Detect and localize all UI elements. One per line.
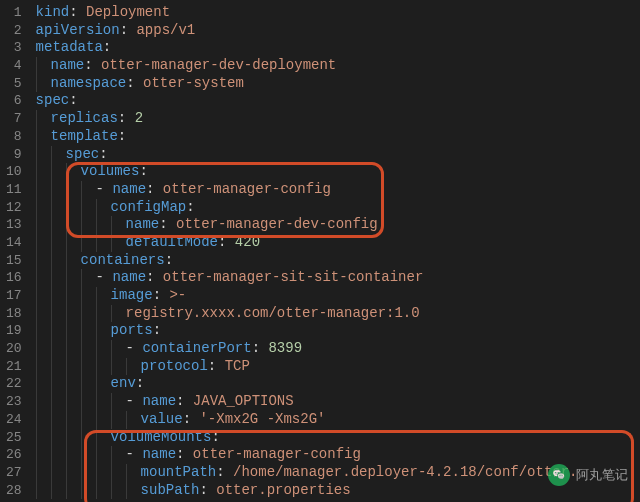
code-token: : [199,482,216,498]
code-line[interactable]: spec: [32,92,640,110]
code-line[interactable]: - containerPort: 8399 [32,340,640,358]
code-line[interactable]: name: otter-manager-dev-config [32,216,640,234]
code-token: volumes [81,163,140,179]
line-number: 5 [6,75,22,93]
code-line[interactable]: namespace: otter-system [32,75,640,93]
code-token: : [103,39,111,55]
code-line[interactable]: - name: otter-manager-sit-sit-container [32,269,640,287]
line-number: 8 [6,128,22,146]
code-line[interactable]: protocol: TCP [32,358,640,376]
code-token: : [252,340,269,356]
line-number: 12 [6,199,22,217]
code-token: : [176,393,193,409]
code-line[interactable]: name: otter-manager-dev-deployment [32,57,640,75]
code-token: : [69,4,86,20]
code-line[interactable]: value: '-Xmx2G -Xms2G' [32,411,640,429]
code-token: subPath [141,482,200,498]
code-token: template [51,128,118,144]
line-number: 26 [6,446,22,464]
code-token: otter-manager-config [193,446,361,462]
code-line[interactable]: volumes: [32,163,640,181]
line-number: 7 [6,110,22,128]
code-token: JAVA_OPTIONS [193,393,294,409]
code-token: - [126,340,143,356]
code-token: kind [36,4,70,20]
code-line[interactable]: env: [32,375,640,393]
code-token: : [118,128,126,144]
code-line[interactable]: configMap: [32,199,640,217]
code-token: name [112,269,146,285]
code-token: '-Xmx2G -Xms2G' [199,411,325,427]
code-token: image [111,287,153,303]
code-token: volumeMounts [111,429,212,445]
line-number: 16 [6,269,22,287]
code-line[interactable]: metadata: [32,39,640,57]
code-line[interactable]: defaultMode: 420 [32,234,640,252]
line-number: 25 [6,429,22,447]
line-number: 13 [6,216,22,234]
code-token: : [208,358,225,374]
code-token: ports [111,322,153,338]
code-line[interactable]: subPath: otter.properties [32,482,640,500]
code-token: configMap [111,199,187,215]
code-token: : [146,181,163,197]
code-line[interactable]: ports: [32,322,640,340]
code-token: env [111,375,136,391]
code-line[interactable]: kind: Deployment [32,4,640,22]
code-token: protocol [141,358,208,374]
code-token: name [126,216,160,232]
code-token: name [51,57,85,73]
code-token: spec [36,92,70,108]
code-line[interactable]: template: [32,128,640,146]
code-token: containers [81,252,165,268]
line-number: 6 [6,92,22,110]
code-token: registry.xxxx.com/otter-manager:1.0 [126,305,420,321]
code-line[interactable]: registry.xxxx.com/otter-manager:1.0 [32,305,640,323]
line-number: 27 [6,464,22,482]
code-token: value [141,411,183,427]
code-line[interactable]: spec: [32,146,640,164]
line-number: 18 [6,305,22,323]
code-line[interactable]: - name: JAVA_OPTIONS [32,393,640,411]
code-line[interactable]: - name: otter-manager-config [32,446,640,464]
code-line[interactable]: containers: [32,252,640,270]
line-number: 14 [6,234,22,252]
code-token: otter-manager-dev-config [176,216,378,232]
code-token: namespace [51,75,127,91]
code-token: - [96,181,113,197]
code-line[interactable]: apiVersion: apps/v1 [32,22,640,40]
line-number: 21 [6,358,22,376]
code-token: name [112,181,146,197]
code-token: 2 [135,110,143,126]
line-number: 3 [6,39,22,57]
line-number: 28 [6,482,22,500]
code-token: : [69,92,77,108]
line-number: 9 [6,146,22,164]
code-token: : [153,322,161,338]
code-token: : [176,446,193,462]
line-number: 2 [6,22,22,40]
code-token: apiVersion [36,22,120,38]
code-token: containerPort [142,340,251,356]
code-token: : [186,199,194,215]
code-line[interactable]: image: >- [32,287,640,305]
code-line[interactable]: mountPath: /home/manager.deployer-4.2.18… [32,464,640,482]
code-token: : [159,216,176,232]
code-line[interactable]: volumeMounts: [32,429,640,447]
code-token: : [216,464,233,480]
code-token: : [139,163,147,179]
code-editor[interactable]: 1234567891011121314151617181920212223242… [0,0,640,502]
code-token: - [96,269,113,285]
code-area[interactable]: kind: DeploymentapiVersion: apps/v1metad… [32,0,640,502]
code-token: : [136,375,144,391]
line-number-gutter: 1234567891011121314151617181920212223242… [0,0,32,502]
code-token: : [84,57,101,73]
code-line[interactable]: replicas: 2 [32,110,640,128]
code-token: /home/manager.deployer-4.2.18/conf/otter… [233,464,577,480]
code-line[interactable]: - name: otter-manager-config [32,181,640,199]
code-token: replicas [51,110,118,126]
code-token: otter-system [143,75,244,91]
code-token: - [126,446,143,462]
line-number: 15 [6,252,22,270]
line-number: 1 [6,4,22,22]
